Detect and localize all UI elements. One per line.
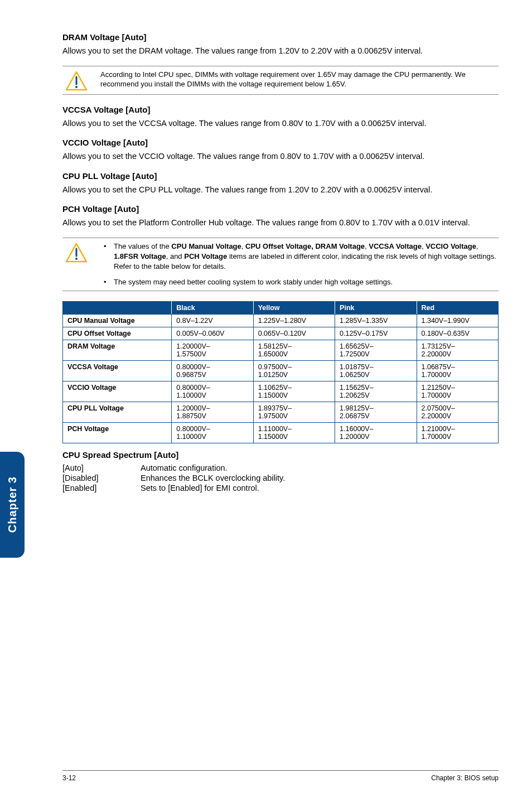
table-row-label: PCH Voltage <box>63 422 172 443</box>
dram-note-row: According to Intel CPU spec, DIMMs with … <box>62 66 499 95</box>
dram-body: Allows you to set the DRAM voltage. The … <box>62 46 499 57</box>
svg-point-2 <box>75 86 78 88</box>
dram-note-text: According to Intel CPU spec, DIMMs with … <box>100 70 499 89</box>
table-cell: 0.8V–1.22V <box>172 314 253 327</box>
table-cell: 1.340V–1.990V <box>417 314 498 327</box>
table-cell: 1.11000V–1.15000V <box>253 422 335 443</box>
caution-icon <box>62 241 90 263</box>
table-cell: 1.21000V–1.70000V <box>417 422 498 443</box>
vccsa-body: Allows you to set the VCCSA voltage. The… <box>62 118 499 129</box>
table-cell: 0.80000V–0.96875V <box>172 360 253 381</box>
chapter-tab: Chapter 3 <box>0 452 25 558</box>
voltage-note-text: The values of the CPU Manual Voltage, CP… <box>100 241 499 287</box>
voltage-table: Black Yellow Pink Red CPU Manual Voltage… <box>62 301 499 443</box>
cpupll-title: CPU PLL Voltage [Auto] <box>62 171 499 181</box>
vccio-title: VCCIO Voltage [Auto] <box>62 138 499 147</box>
table-cell: 2.07500V–2.20000V <box>417 402 498 422</box>
table-cell: 0.125V–0.175V <box>335 327 417 340</box>
table-cell: 1.98125V–2.06875V <box>335 402 417 422</box>
table-row: PCH Voltage0.80000V–1.10000V1.11000V–1.1… <box>63 422 499 443</box>
table-row-label: CPU Manual Voltage <box>63 314 172 327</box>
table-cell: 0.80000V–1.10000V <box>172 422 253 443</box>
table-row-label: CPU PLL Voltage <box>63 402 172 422</box>
table-cell: 1.58125V–1.65000V <box>253 340 335 360</box>
table-header <box>63 301 172 314</box>
table-cell: 1.89375V–1.97500V <box>253 402 335 422</box>
table-cell: 1.10625V–1.15000V <box>253 381 335 402</box>
table-row: VCCSA Voltage0.80000V–0.96875V0.97500V–1… <box>63 360 499 381</box>
svg-point-5 <box>75 258 78 260</box>
table-header-row: Black Yellow Pink Red <box>63 301 499 314</box>
table-cell: 1.285V–1.335V <box>335 314 417 327</box>
table-row: VCCIO Voltage0.80000V–1.10000V1.10625V–1… <box>63 381 499 402</box>
table-cell: 1.73125V–2.20000V <box>417 340 498 360</box>
cpupll-body: Allows you to set the CPU PLL voltage. T… <box>62 185 499 196</box>
vccio-body: Allows you to set the VCCIO voltage. The… <box>62 151 499 162</box>
spread-opt: [Enabled] Sets to [Enabled] for EMI cont… <box>62 484 499 492</box>
opt-val: Automatic configuration. <box>141 463 228 472</box>
table-row: CPU Manual Voltage0.8V–1.22V1.225V–1.280… <box>63 314 499 327</box>
table-row: CPU Offset Voltage0.005V–0.060V0.065V–0.… <box>63 327 499 340</box>
table-cell: 1.21250V–1.70000V <box>417 381 498 402</box>
opt-key: [Auto] <box>62 463 141 472</box>
table-cell: 0.180V–0.635V <box>417 327 498 340</box>
vccsa-title: VCCSA Voltage [Auto] <box>62 105 499 114</box>
table-row-label: CPU Offset Voltage <box>63 327 172 340</box>
table-cell: 1.16000V–1.20000V <box>335 422 417 443</box>
table-cell: 0.97500V–1.01250V <box>253 360 335 381</box>
table-header: Black <box>172 301 253 314</box>
opt-val: Enhances the BCLK overclocking ability. <box>141 474 285 482</box>
table-header: Pink <box>335 301 417 314</box>
spread-title: CPU Spread Spectrum [Auto] <box>62 450 499 460</box>
table-cell: 1.20000V–1.88750V <box>172 402 253 422</box>
table-header: Red <box>417 301 498 314</box>
table-row: CPU PLL Voltage1.20000V–1.88750V1.89375V… <box>63 402 499 422</box>
table-cell: 1.65625V–1.72500V <box>335 340 417 360</box>
opt-key: [Disabled] <box>62 474 141 482</box>
opt-val: Sets to [Enabled] for EMI control. <box>141 484 259 492</box>
table-row-label: VCCIO Voltage <box>63 381 172 402</box>
pch-body: Allows you to set the Platform Controlle… <box>62 218 499 229</box>
table-header: Yellow <box>253 301 335 314</box>
table-cell: 1.20000V–1.57500V <box>172 340 253 360</box>
table-cell: 1.06875V–1.70000V <box>417 360 498 381</box>
dram-title: DRAM Voltage [Auto] <box>62 32 499 42</box>
footer-page-number: 3-12 <box>62 774 76 782</box>
table-cell: 1.01875V–1.06250V <box>335 360 417 381</box>
table-cell: 0.80000V–1.10000V <box>172 381 253 402</box>
spread-options: [Auto] Automatic configuration. [Disable… <box>62 463 499 492</box>
voltage-note-row: The values of the CPU Manual Voltage, CP… <box>62 238 499 291</box>
table-row-label: DRAM Voltage <box>63 340 172 360</box>
voltage-note-bullet-2: The system may need better cooling syste… <box>100 277 499 287</box>
table-row-label: VCCSA Voltage <box>63 360 172 381</box>
voltage-note-bullet-1: The values of the CPU Manual Voltage, CP… <box>100 241 499 272</box>
spread-opt: [Disabled] Enhances the BCLK overclockin… <box>62 474 499 482</box>
chapter-tab-label: Chapter 3 <box>6 476 19 533</box>
table-cell: 0.005V–0.060V <box>172 327 253 340</box>
pch-title: PCH Voltage [Auto] <box>62 204 499 214</box>
table-cell: 1.225V–1.280V <box>253 314 335 327</box>
table-cell: 1.15625V–1.20625V <box>335 381 417 402</box>
table-row: DRAM Voltage1.20000V–1.57500V1.58125V–1.… <box>63 340 499 360</box>
spread-opt: [Auto] Automatic configuration. <box>62 463 499 472</box>
caution-icon <box>62 70 90 91</box>
page-footer: 3-12 Chapter 3: BIOS setup <box>62 770 499 782</box>
opt-key: [Enabled] <box>62 484 141 492</box>
footer-chapter: Chapter 3: BIOS setup <box>431 774 499 782</box>
table-cell: 0.065V–0.120V <box>253 327 335 340</box>
